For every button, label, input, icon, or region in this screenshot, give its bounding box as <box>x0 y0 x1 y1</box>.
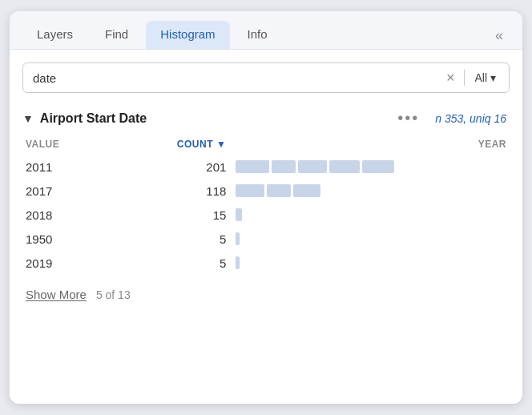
tab-bar: Layers Find Histogram Info « <box>10 11 522 50</box>
cell-bar <box>232 227 522 251</box>
data-table: VALUE COUNT▼ YEAR 2011201201711820181519… <box>10 134 522 275</box>
table-row: 201815 <box>10 203 522 227</box>
show-more-button[interactable]: Show More <box>26 288 87 301</box>
cell-bar <box>232 203 522 227</box>
section-meta: n 353, uniq 16 <box>435 112 506 125</box>
cell-bar <box>232 179 522 203</box>
cell-value: 2017 <box>10 179 114 203</box>
section-title: Airport Start Date <box>40 111 391 126</box>
section-header: ▼ Airport Start Date ••• n 353, uniq 16 <box>10 103 522 134</box>
cell-bar <box>232 251 522 275</box>
cell-count: 5 <box>114 227 233 251</box>
search-clear-button[interactable]: × <box>443 71 458 85</box>
collapse-button[interactable]: « <box>489 25 510 46</box>
tab-histogram[interactable]: Histogram <box>146 21 229 49</box>
show-more-row: Show More 5 of 13 <box>10 275 522 317</box>
col-header-value: VALUE <box>10 134 114 155</box>
tab-info[interactable]: Info <box>233 21 282 49</box>
cell-count: 118 <box>114 179 233 203</box>
col-header-year: YEAR <box>232 134 522 155</box>
cell-count: 201 <box>114 155 233 179</box>
cell-count: 15 <box>114 203 233 227</box>
cell-value: 2011 <box>10 155 114 179</box>
chevron-down-icon: ▾ <box>490 71 496 84</box>
col-header-count[interactable]: COUNT▼ <box>114 134 233 155</box>
cell-count: 5 <box>114 251 233 275</box>
search-divider <box>464 70 465 86</box>
cell-value: 2018 <box>10 203 114 227</box>
search-filter-button[interactable]: All ▾ <box>471 71 499 84</box>
tab-layers[interactable]: Layers <box>22 21 87 49</box>
cell-bar <box>232 155 522 179</box>
section-chevron-icon[interactable]: ▼ <box>22 112 34 125</box>
filter-label: All <box>474 71 487 84</box>
cell-value: 1950 <box>10 227 114 251</box>
cell-value: 2019 <box>10 251 114 275</box>
search-bar: × All ▾ <box>22 62 510 93</box>
table-row: 19505 <box>10 227 522 251</box>
tab-find[interactable]: Find <box>91 21 143 49</box>
sort-arrow-icon: ▼ <box>216 139 226 150</box>
search-input[interactable] <box>33 71 437 85</box>
table-row: 20195 <box>10 251 522 275</box>
table-row: 2011201 <box>10 155 522 179</box>
show-more-count: 5 of 13 <box>96 288 131 301</box>
section-more-icon[interactable]: ••• <box>397 109 419 127</box>
histogram-panel: Layers Find Histogram Info « × All ▾ ▼ A… <box>10 11 522 404</box>
table-row: 2017118 <box>10 179 522 203</box>
